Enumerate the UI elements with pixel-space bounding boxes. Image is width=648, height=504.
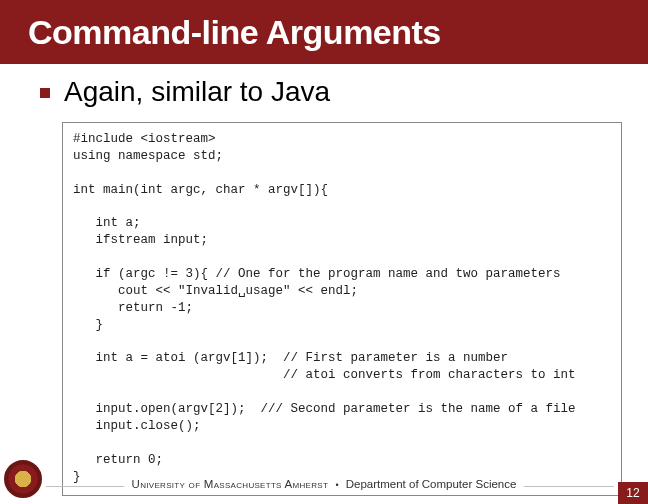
- bullet-text: Again, similar to Java: [64, 76, 330, 108]
- slide-title: Command-line Arguments: [28, 13, 441, 52]
- bullet-square-icon: [40, 88, 50, 98]
- university-seal-icon: [4, 460, 42, 498]
- footer-separator-icon: •: [335, 480, 338, 490]
- footer-text: University of Massachusetts Amherst • De…: [124, 478, 525, 490]
- title-bar: Command-line Arguments: [0, 0, 648, 64]
- footer-university: University of Massachusetts Amherst: [132, 478, 329, 490]
- bullet-item: Again, similar to Java: [40, 76, 620, 108]
- footer: University of Massachusetts Amherst • De…: [0, 468, 648, 504]
- code-block: #include <iostream> using namespace std;…: [62, 122, 622, 496]
- slide-content: Again, similar to Java #include <iostrea…: [0, 64, 648, 496]
- page-number: 12: [618, 482, 648, 504]
- footer-department: Department of Computer Science: [346, 478, 517, 490]
